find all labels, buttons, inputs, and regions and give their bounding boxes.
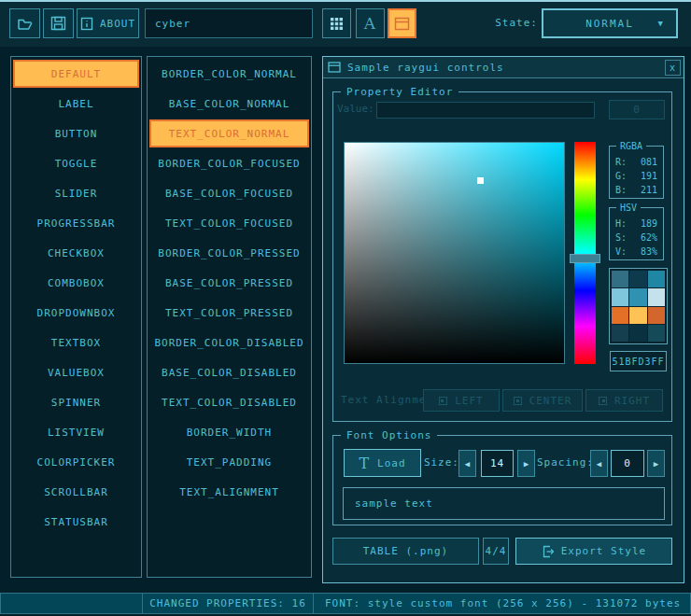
sample-text-input[interactable] [343,487,665,520]
color-swatch[interactable] [648,307,665,324]
control-item-toggle[interactable]: TOGGLE [13,149,139,177]
statusbar-left [0,593,143,614]
size-decrease-button[interactable]: ◀ [458,450,476,477]
arrow-left-icon: ◀ [597,459,601,469]
color-component-row: V:83% [610,245,663,259]
control-view-button[interactable] [388,8,416,38]
export-style-button[interactable]: Export Style [515,538,672,565]
controls-listview: DEFAULTLABELBUTTONTOGGLESLIDERPROGRESSBA… [10,56,142,578]
sample-controls-window: Sample raygui controls x Property Editor… [322,56,684,583]
property-item-text_color_normal[interactable]: TEXT_COLOR_NORMAL [149,119,309,147]
hsv-title: HSV [616,202,641,214]
arrow-right-icon: ▶ [524,459,529,469]
state-dropdown[interactable]: NORMAL ▼ [542,8,678,38]
font-t-icon: T [359,455,370,472]
spacing-decrease-button[interactable]: ◀ [590,450,608,477]
control-item-default[interactable]: DEFAULT [13,60,139,88]
control-item-colorpicker[interactable]: COLORPICKER [13,448,139,476]
open-style-button[interactable] [9,8,40,38]
pages-indicator: 4/4 [483,538,509,565]
color-component-row: G:191 [610,169,663,183]
control-item-button[interactable]: BUTTON [13,119,139,147]
window-title: Sample raygui controls [347,62,504,74]
font-load-button[interactable]: T Load [344,449,421,477]
export-format-button[interactable]: TABLE (.png) [332,538,479,565]
rgba-box: RGBA R:081G:191B:211 [609,146,664,199]
color-swatch[interactable] [612,288,628,305]
control-item-label[interactable]: LABEL [13,90,139,118]
property-item-text_color_disabled[interactable]: TEXT_COLOR_DISABLED [149,388,309,416]
hex-value-box[interactable]: 51BFD3FF [610,351,667,371]
property-item-base_color_disabled[interactable]: BASE_COLOR_DISABLED [149,358,309,386]
arrow-right-icon: ▶ [654,459,658,469]
folder-open-icon [17,17,34,31]
spacing-increase-button[interactable]: ▶ [647,450,665,477]
color-swatch[interactable] [629,288,646,305]
color-swatch[interactable] [629,271,646,287]
property-item-text_color_focused[interactable]: TEXT_COLOR_FOCUSED [149,209,309,237]
property-item-border_color_normal[interactable]: BORDER_COLOR_NORMAL [149,60,309,88]
property-item-text_color_pressed[interactable]: TEXT_COLOR_PRESSED [149,299,309,327]
property-item-border_color_disabled[interactable]: BORDER_COLOR_DISABLED [149,329,309,357]
property-item-text_alignment[interactable]: TEXT_ALIGNMENT [149,478,309,506]
align-left-button[interactable]: LEFT [423,389,500,412]
property-item-base_color_focused[interactable]: BASE_COLOR_FOCUSED [149,179,309,207]
color-picker-area[interactable] [344,142,565,364]
statusbar-font-info: FONT: style custom font (256 x 256) - 13… [313,593,691,614]
size-label: Size: [422,449,459,477]
save-style-button[interactable] [43,8,74,38]
color-component-row: R:081 [610,155,663,169]
chevron-down-icon: ▼ [658,19,665,28]
hue-slider-handle[interactable] [570,254,600,263]
about-button[interactable]: ABOUT [77,8,139,38]
value-button[interactable]: 0 [609,100,665,119]
grid-view-button[interactable] [322,8,351,38]
color-swatch[interactable] [648,288,665,305]
color-swatch[interactable] [612,307,628,324]
color-swatch[interactable] [629,325,646,342]
value-slider[interactable] [376,102,595,119]
control-item-slider[interactable]: SLIDER [13,179,139,207]
control-item-textbox[interactable]: TEXTBOX [13,329,139,357]
about-label: ABOUT [100,18,135,30]
property-item-base_color_pressed[interactable]: BASE_COLOR_PRESSED [149,269,309,297]
window-titlebar[interactable]: Sample raygui controls x [323,57,684,78]
property-item-border_color_pressed[interactable]: BORDER_COLOR_PRESSED [149,239,309,267]
control-item-combobox[interactable]: COMBOBOX [13,269,139,297]
arrow-left-icon: ◀ [465,459,470,469]
property-item-border_width[interactable]: BORDER_WIDTH [149,418,309,446]
control-item-statusbar[interactable]: STATUSBAR [13,508,139,536]
color-component-row: B:211 [610,183,663,197]
size-increase-button[interactable]: ▶ [517,450,535,477]
color-swatch[interactable] [648,271,665,287]
control-item-spinner[interactable]: SPINNER [13,388,139,416]
control-item-listview[interactable]: LISTVIEW [13,418,139,446]
color-picker-cursor[interactable] [477,177,484,184]
color-swatch[interactable] [612,271,628,287]
property-item-text_padding[interactable]: TEXT_PADDING [149,448,309,476]
property-item-border_color_focused[interactable]: BORDER_COLOR_FOCUSED [149,149,309,177]
rgba-title: RGBA [616,140,646,152]
align-center-button[interactable]: CENTER [502,389,583,412]
control-item-progressbar[interactable]: PROGRESSBAR [13,209,139,237]
color-component-row: S:62% [610,231,663,245]
color-swatch[interactable] [612,325,628,342]
align-right-button[interactable]: RIGHT [585,389,663,412]
color-swatch[interactable] [629,307,646,324]
font-load-label: Load [377,457,406,469]
style-name-input[interactable] [145,8,313,38]
property-editor-group: Property Editor Value: 0 RGBA R:081G:191… [332,91,672,422]
control-item-valuebox[interactable]: VALUEBOX [13,358,139,386]
control-item-dropdownbox[interactable]: DROPDOWNBOX [13,299,139,327]
hsv-box: HSV H:189S:62%V:83% [609,207,664,260]
close-icon[interactable]: x [665,60,681,76]
color-swatch[interactable] [648,325,665,342]
control-item-scrollbar[interactable]: SCROLLBAR [13,478,139,506]
save-floppy-icon [50,16,66,31]
spacing-value-box[interactable]: 0 [611,450,644,477]
property-item-base_color_normal[interactable]: BASE_COLOR_NORMAL [149,90,309,118]
control-item-checkbox[interactable]: CHECKBOX [13,239,139,267]
size-value-box[interactable]: 14 [481,450,514,477]
font-view-button[interactable]: A [356,8,385,38]
statusbar-changed-properties: CHANGED PROPERTIES: 16 [142,593,314,614]
